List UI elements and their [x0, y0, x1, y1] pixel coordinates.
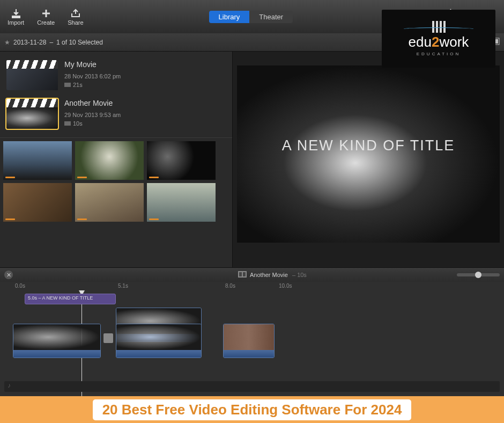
- video-clip[interactable]: [116, 324, 202, 358]
- ruler-tick: 0.0s: [15, 283, 25, 289]
- project-date: 29 Nov 2013 9:53 am: [64, 112, 226, 118]
- tab-library[interactable]: Library: [209, 11, 250, 23]
- timeline-tracks[interactable]: 5.0s – A NEW KIND OF TITLE: [0, 291, 504, 396]
- video-clip[interactable]: [223, 324, 275, 358]
- clip-thumb[interactable]: [147, 141, 216, 180]
- clip-thumb[interactable]: [75, 183, 144, 222]
- clip-browser: [0, 137, 232, 225]
- ruler-tick: 10.0s: [279, 283, 292, 289]
- view-segment: Library Theater: [209, 11, 293, 23]
- share-label: Share: [68, 19, 83, 26]
- project-item[interactable]: Another Movie 29 Nov 2013 9:53 am 10s: [4, 94, 228, 133]
- import-label: Import: [8, 19, 24, 26]
- project-thumb: [6, 99, 58, 129]
- project-date: 2013-11-28: [13, 39, 46, 46]
- create-label: Create: [37, 19, 55, 26]
- project-duration: 10s: [73, 120, 83, 127]
- project-title: Another Movie: [64, 99, 226, 107]
- logo-swoosh-icon: [404, 27, 473, 31]
- import-button[interactable]: Import: [8, 8, 24, 26]
- filmstrip-icon: [64, 83, 71, 87]
- tab-theater[interactable]: Theater: [249, 11, 293, 23]
- project-duration: 21s: [73, 82, 83, 88]
- preview-pane: A NEW KIND OF TITLE: [233, 52, 504, 267]
- brand-logo-overlay: edu2work EDUCATION: [382, 10, 495, 68]
- close-timeline-button[interactable]: ✕: [4, 271, 13, 279]
- share-button[interactable]: Share: [68, 8, 83, 26]
- filmstrip-icon: [64, 121, 71, 126]
- share-icon: [70, 8, 81, 19]
- timeline-film-icon: [238, 271, 247, 279]
- logo-bars-icon: [432, 21, 446, 33]
- title-clip[interactable]: 5.0s – A NEW KIND OF TITLE: [25, 294, 116, 304]
- timeline-ruler[interactable]: 0.0s 5.1s 8.0s 10.0s: [0, 282, 504, 291]
- zoom-slider[interactable]: [457, 273, 500, 276]
- footer-banner: 20 Best Free Video Editing Software For …: [0, 396, 504, 423]
- project-item[interactable]: My Movie 28 Nov 2013 6:02 pm 21s: [4, 56, 228, 94]
- footer-headline: 20 Best Free Video Editing Software For …: [93, 399, 412, 420]
- ruler-tick: 5.1s: [118, 283, 128, 289]
- clip-thumb[interactable]: [3, 141, 72, 180]
- svg-rect-8: [239, 272, 242, 276]
- star-icon[interactable]: ★: [4, 39, 10, 46]
- separator: –: [49, 39, 53, 46]
- library-sidebar: My Movie 28 Nov 2013 6:02 pm 21s Another…: [0, 52, 233, 267]
- clip-thumb[interactable]: [147, 183, 216, 222]
- plus-icon: [40, 8, 52, 19]
- project-thumb: [6, 60, 58, 90]
- import-icon: [10, 8, 22, 19]
- clip-thumb[interactable]: [75, 141, 144, 180]
- ruler-tick: 8.0s: [225, 283, 235, 289]
- project-date: 28 Nov 2013 6:02 pm: [64, 73, 226, 79]
- timeline-name: Another Movie: [250, 272, 288, 278]
- logo-subtext: EDUCATION: [417, 52, 461, 56]
- music-track[interactable]: [4, 381, 500, 392]
- svg-rect-9: [243, 272, 246, 276]
- timeline-panel: ✕ Another Movie – 10s 0.0s 5.1s 8.0s 10.…: [0, 267, 504, 396]
- preview-title-text: A NEW KIND OF TITLE: [282, 137, 455, 154]
- timeline-duration: – 10s: [292, 272, 307, 278]
- preview-frame[interactable]: A NEW KIND OF TITLE: [237, 65, 500, 243]
- create-button[interactable]: Create: [37, 8, 55, 26]
- video-clip[interactable]: [13, 324, 101, 358]
- clip-thumb[interactable]: [3, 183, 72, 222]
- transition-icon[interactable]: [103, 333, 113, 343]
- project-title: My Movie: [64, 60, 226, 69]
- selection-status: 1 of 10 Selected: [56, 39, 103, 46]
- logo-text: edu2work: [409, 34, 469, 50]
